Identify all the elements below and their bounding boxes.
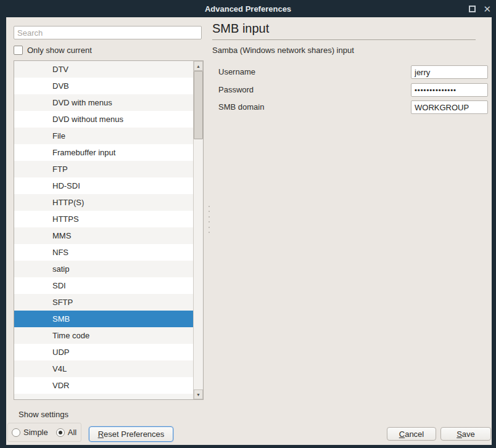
tree-item[interactable]: UDP — [14, 344, 203, 360]
tree-item[interactable]: V4L — [14, 360, 203, 377]
radio-option-simple[interactable]: Simple — [12, 428, 48, 437]
tree-item[interactable]: HTTP(S) — [14, 194, 203, 211]
tree-item[interactable]: HTTPS — [14, 211, 203, 227]
only-show-current-label: Only show current — [27, 46, 92, 55]
scroll-down-icon[interactable]: ▼ — [194, 389, 203, 399]
cancel-button[interactable]: Cancel — [387, 427, 436, 441]
scrollbar-thumb[interactable] — [194, 71, 203, 139]
search-input[interactable] — [14, 26, 202, 39]
username-field-row: Username — [218, 65, 488, 79]
password-label: Password — [218, 85, 254, 94]
show-settings-label: Show settings — [19, 410, 68, 419]
page-subtitle: Samba (Windows network shares) input — [212, 46, 354, 55]
tree-rows: DTVDVBDVD with menusDVD without menusFil… — [14, 61, 203, 399]
save-button[interactable]: Save — [440, 427, 491, 441]
tree-item[interactable]: File — [14, 128, 203, 144]
tree-item[interactable]: Framebuffer input — [14, 144, 203, 161]
expander-icon[interactable]: ▸ — [29, 394, 32, 400]
radio-simple-icon[interactable] — [12, 428, 20, 437]
window-title: Advanced Preferences — [205, 4, 291, 14]
tree-item[interactable]: satip — [14, 261, 203, 277]
username-label: Username — [218, 67, 255, 76]
radio-all-label: All — [68, 428, 76, 437]
tree-item[interactable]: DTV — [14, 61, 203, 78]
tree-item[interactable]: MMS — [14, 227, 203, 244]
tree-item[interactable]: DVD without menus — [14, 111, 203, 128]
tree-item[interactable]: VDR — [14, 377, 203, 394]
smb-domain-label: SMB domain — [218, 102, 264, 112]
reset-preferences-button[interactable]: Reset Preferences — [89, 426, 173, 442]
tree-item[interactable]: NFS — [14, 244, 203, 261]
radio-simple-label: Simple — [23, 428, 48, 437]
titlebar: Advanced Preferences ✕ — [0, 0, 496, 17]
show-settings-radio-group: Simple All — [7, 423, 81, 442]
only-show-current-checkbox[interactable] — [14, 46, 23, 55]
tree-item[interactable]: DVB — [14, 78, 203, 94]
radio-option-all[interactable]: All — [56, 428, 76, 437]
tree-item[interactable]: SDI — [14, 277, 203, 294]
scroll-up-icon[interactable]: ▲ — [194, 61, 203, 71]
smb-domain-input[interactable] — [411, 100, 488, 114]
smb-domain-field-row: SMB domain — [218, 100, 488, 114]
tree-item[interactable]: SMB — [14, 311, 203, 327]
title-separator — [212, 39, 476, 40]
window-content: Only show current DTVDVBDVD with menusDV… — [6, 17, 492, 445]
tree-item[interactable]: SFTP — [14, 294, 203, 311]
tree-item[interactable]: FTP — [14, 161, 203, 177]
tree-item[interactable]: HD-SDI — [14, 177, 203, 194]
tree-item[interactable]: Time code — [14, 327, 203, 344]
tree-item[interactable]: DVD with menus — [14, 94, 203, 111]
password-input[interactable] — [411, 83, 488, 97]
panel-splitter-handle[interactable] — [208, 206, 210, 233]
tree-item-partial[interactable]: ▸Audio codecs — [14, 394, 203, 400]
close-icon[interactable]: ✕ — [483, 4, 491, 14]
maximize-icon[interactable] — [469, 6, 476, 12]
password-field-row: Password — [218, 83, 488, 97]
username-input[interactable] — [411, 65, 488, 79]
page-title: SMB input — [212, 22, 269, 36]
radio-all-icon[interactable] — [56, 428, 65, 437]
tree-scrollbar[interactable]: ▲ ▼ — [193, 61, 203, 399]
category-tree[interactable]: DTVDVBDVD with menusDVD without menusFil… — [14, 60, 204, 400]
